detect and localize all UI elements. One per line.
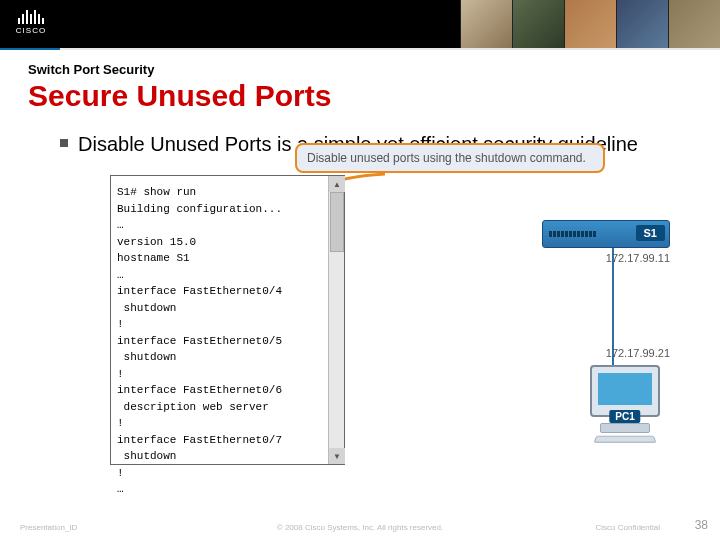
term-line: version 15.0 xyxy=(117,234,338,251)
terminal-scrollbar[interactable]: ▲ ▼ xyxy=(328,176,344,464)
slide-footer: Presentation_ID © 2008 Cisco Systems, In… xyxy=(0,523,720,532)
cisco-logo: CISCO xyxy=(6,2,56,38)
logo-bars-icon xyxy=(18,6,44,24)
term-line: shutdown xyxy=(117,448,338,465)
footer-left: Presentation_ID xyxy=(20,523,77,532)
term-line: ! xyxy=(117,465,338,482)
term-line: interface FastEthernet0/4 xyxy=(117,283,338,300)
pc-base-icon xyxy=(600,423,650,433)
header-divider xyxy=(0,48,720,50)
terminal-window: S1# show run Building configuration... …… xyxy=(110,175,345,465)
term-line: interface FastEthernet0/6 xyxy=(117,382,338,399)
term-line: interface FastEthernet0/5 xyxy=(117,333,338,350)
screen-icon xyxy=(598,373,652,405)
term-line: … xyxy=(117,481,338,498)
content-area: Disable unused ports using the shutdown … xyxy=(0,165,720,495)
switch-ports-icon xyxy=(549,231,596,237)
section-pretitle: Switch Port Security xyxy=(28,62,720,77)
scroll-down-icon[interactable]: ▼ xyxy=(329,448,345,464)
term-line: shutdown xyxy=(117,300,338,317)
term-line: ! xyxy=(117,415,338,432)
term-line: Building configuration... xyxy=(117,201,338,218)
switch-ip: 172.17.99.11 xyxy=(542,252,670,264)
callout-note: Disable unused ports using the shutdown … xyxy=(295,143,605,173)
keyboard-icon xyxy=(593,436,656,443)
scroll-up-icon[interactable]: ▲ xyxy=(329,176,345,192)
term-line: … xyxy=(117,267,338,284)
pc-ip: 172.17.99.21 xyxy=(606,347,670,359)
term-line: shutdown xyxy=(117,349,338,366)
pc-label: PC1 xyxy=(609,410,640,423)
term-line: S1# show run xyxy=(117,184,338,201)
slide-header: CISCO xyxy=(0,0,720,48)
term-line: interface FastEthernet0/7 xyxy=(117,432,338,449)
page-number: 38 xyxy=(695,518,708,532)
bullet-square-icon xyxy=(60,139,68,147)
header-accent xyxy=(0,48,60,50)
logo-text: CISCO xyxy=(16,26,46,35)
switch-label: S1 xyxy=(636,225,665,241)
footer-right: Cisco Confidential xyxy=(596,523,700,532)
switch-device: S1 172.17.99.11 xyxy=(542,220,670,264)
slide-title: Secure Unused Ports xyxy=(28,79,720,113)
terminal-output: S1# show run Building configuration... …… xyxy=(111,176,344,506)
scroll-thumb[interactable] xyxy=(330,192,344,252)
term-line: ! xyxy=(117,366,338,383)
term-line: description web server xyxy=(117,399,338,416)
pc-device: PC1 xyxy=(580,365,670,443)
footer-center: © 2008 Cisco Systems, Inc. All rights re… xyxy=(277,523,443,532)
switch-icon: S1 xyxy=(542,220,670,248)
header-photo-strip xyxy=(460,0,720,48)
term-line: ! xyxy=(117,316,338,333)
term-line: hostname S1 xyxy=(117,250,338,267)
term-line: … xyxy=(117,217,338,234)
monitor-icon: PC1 xyxy=(590,365,660,417)
